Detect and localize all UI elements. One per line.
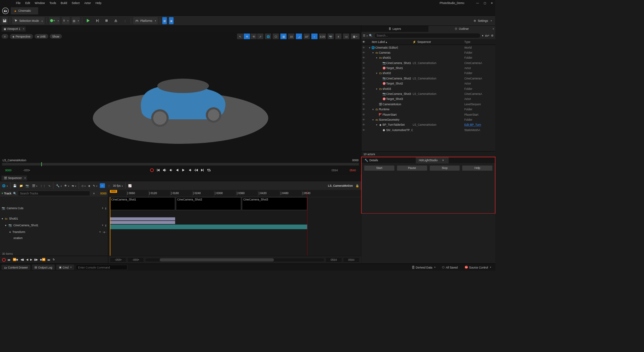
outliner-row[interactable]: 👁🎬CameraMotionLevelSequen xyxy=(361,102,495,107)
expand-icon[interactable]: ▾ xyxy=(375,56,378,59)
expand-icon[interactable]: ▾ xyxy=(372,108,375,111)
viewport-scrubber[interactable] xyxy=(2,163,359,166)
expand-icon[interactable]: ▾ xyxy=(375,71,378,75)
console-input[interactable] xyxy=(76,265,127,270)
step-back-key-icon[interactable]: ⏪◆ xyxy=(13,258,18,261)
actions-dropdown[interactable]: 🔧 xyxy=(56,184,62,187)
play-forward-icon[interactable]: ▶ xyxy=(30,258,32,261)
settings-icon[interactable]: ⚙ xyxy=(491,34,494,37)
goto-start-icon[interactable] xyxy=(156,168,160,172)
expand-icon[interactable]: ▾ xyxy=(372,51,375,54)
outliner-row[interactable]: 👁▾🗀RuntimeFolder xyxy=(361,107,495,112)
coord-space-toggle[interactable]: 🌐 xyxy=(265,34,271,39)
loop-icon[interactable] xyxy=(207,168,211,172)
outliner-tree[interactable]: 👁▾🌐Cinematic (Editor)World👁▾🗀CamerasFold… xyxy=(361,45,495,152)
timeline-ruler[interactable]: 0000 | 0060| 0120| 0180| 0240| 0300| 036… xyxy=(108,190,361,197)
view-dropdown[interactable]: 👁 xyxy=(64,184,69,187)
current-frame[interactable]: 0000 xyxy=(100,192,107,195)
outliner-row[interactable]: 👁▾🗀shot02Folder xyxy=(361,71,495,76)
autokey-icon[interactable]: ◈ xyxy=(88,184,90,187)
hdr-help-button[interactable]: Help xyxy=(462,166,492,171)
tab-outliner[interactable]: ☷Outliner× xyxy=(428,26,495,32)
clapboard-dropdown[interactable]: 🎬 xyxy=(32,184,38,187)
visibility-icon[interactable]: 👁 xyxy=(361,72,366,75)
scale-snap-toggle[interactable]: • xyxy=(311,34,317,39)
step-fwd-icon[interactable] xyxy=(188,168,192,172)
loop-icon[interactable]: ↻ xyxy=(53,258,55,261)
expand-icon[interactable]: ▾ xyxy=(375,123,378,126)
track-cinecamera1[interactable]: ▾📷 CineCamera_Shot1 +▮ xyxy=(0,222,108,229)
hdr-stop-button[interactable]: Stop xyxy=(430,166,460,171)
view-options-icon[interactable]: ▾ xyxy=(482,34,484,37)
menu-select[interactable]: Select xyxy=(72,2,80,5)
menu-window[interactable]: Window xyxy=(35,2,45,5)
viewport[interactable]: ≡ ◈Perspective ●Unlit Show ↖ ✥ ⟲ ⤢ 🌐 ⬡ ▦… xyxy=(0,32,361,175)
all-saved-indicator[interactable]: ⬡All Saved xyxy=(439,265,460,270)
translate-tool[interactable]: ✥ xyxy=(244,34,250,39)
visibility-icon[interactable]: 👁 xyxy=(361,103,366,106)
viewport-options-menu[interactable]: ≡ xyxy=(2,34,8,39)
maximize-viewport-icon[interactable]: ▭ xyxy=(343,34,349,39)
viewports-toggle-2[interactable]: ▣ xyxy=(169,17,174,24)
outliner-row[interactable]: 👁📷CineCamera_Shot2LS_CameraMotionCineCam… xyxy=(361,76,495,81)
selection-mode-dropdown[interactable]: Selection Mode xyxy=(12,17,45,24)
tab-layers[interactable]: ≣Layers xyxy=(361,26,428,32)
lock-icon[interactable]: 🔓 xyxy=(356,184,359,187)
visibility-icon[interactable]: 👁 xyxy=(361,51,366,54)
mute-icon[interactable]: ▮ xyxy=(105,207,107,210)
visibility-icon[interactable]: 👁 xyxy=(361,56,366,59)
outliner-options-icon[interactable]: ☰ xyxy=(363,34,368,37)
menu-file[interactable]: File xyxy=(16,2,21,5)
rotate-tool[interactable]: ⟲ xyxy=(251,34,257,39)
add-key-icon[interactable]: + xyxy=(99,230,101,233)
main-tab-cinematic[interactable]: ▲ Cinematic xyxy=(11,7,38,15)
fps-dropdown[interactable]: 30 fps xyxy=(113,184,123,187)
visibility-icon[interactable]: 👁 xyxy=(361,108,366,111)
play-forward-icon[interactable] xyxy=(181,168,185,172)
output-log-button[interactable]: ▤Output Log xyxy=(32,265,55,270)
step-back-icon[interactable] xyxy=(169,168,173,172)
range-in-end[interactable]: 0594 xyxy=(326,258,341,262)
outliner-row[interactable]: 👁▾◆BP_TurnTableSetLS_CameraMotionEdit BP… xyxy=(361,122,495,127)
tab-hdrlightstudio[interactable]: HdrLightStudio× xyxy=(416,157,448,163)
mute-icon[interactable]: ▮ xyxy=(105,224,107,227)
playback-dropdown[interactable]: ⇆ xyxy=(72,184,76,187)
grid-snap-toggle[interactable]: ▦ xyxy=(280,34,286,39)
select-tool[interactable]: ↖ xyxy=(237,34,243,39)
step-fwd-key-icon[interactable] xyxy=(194,168,198,172)
column-type[interactable]: Type xyxy=(464,40,495,43)
outliner-row[interactable]: 👁🎯Target_Shot3Actor xyxy=(361,97,495,102)
unreal-logo-icon[interactable] xyxy=(0,7,11,14)
save-button[interactable] xyxy=(2,17,8,24)
sequencer-tab[interactable]: 🎬 Sequencer × xyxy=(2,175,27,180)
column-sequencer[interactable]: ⚡Sequencer xyxy=(413,40,464,44)
show-dropdown[interactable]: Show xyxy=(50,34,62,39)
camera-speed-value[interactable]: 4 xyxy=(335,34,341,39)
menu-build[interactable]: Build xyxy=(61,2,67,5)
close-icon[interactable]: × xyxy=(23,27,24,31)
step-fwd-icon[interactable]: ▮▶ xyxy=(34,258,38,261)
outliner-row[interactable]: 👁🚩PlayerStartPlayerStart xyxy=(361,112,495,117)
angle-snap-toggle[interactable]: ◿ xyxy=(296,34,302,39)
record-button[interactable] xyxy=(150,168,154,172)
curve-editor-icon[interactable]: 📈 xyxy=(128,184,132,187)
derived-data-dropdown[interactable]: 🗄Derived Data xyxy=(409,265,438,270)
goto-end-icon[interactable]: ⏭ xyxy=(48,258,50,261)
expand-icon[interactable]: ▾ xyxy=(2,217,3,220)
expand-icon[interactable]: ▾ xyxy=(372,118,375,121)
viewport-scene[interactable] xyxy=(0,32,361,158)
add-key-icon[interactable]: + xyxy=(102,224,103,227)
content-drawer-button[interactable]: 🗂Content Drawer xyxy=(2,265,31,270)
play-button[interactable] xyxy=(84,17,92,24)
visibility-icon[interactable]: 👁 xyxy=(361,61,366,64)
world-dropdown[interactable]: 🌐 xyxy=(2,184,8,187)
track-location[interactable]: ocation xyxy=(0,235,108,240)
add-section-icon[interactable]: + xyxy=(102,207,103,210)
step-back-icon[interactable]: ◀▮ xyxy=(20,258,24,261)
expand-icon[interactable]: ▾ xyxy=(368,46,371,49)
outliner-row[interactable]: 👁📷CineCamera_Shot1LS_CameraMotionCineCam… xyxy=(361,60,495,65)
menu-help[interactable]: Help xyxy=(96,2,101,5)
window-close-icon[interactable]: ✕ xyxy=(491,1,493,5)
curve-icon[interactable]: ∿ xyxy=(48,184,51,187)
angle-snap-value[interactable]: 10° xyxy=(304,34,310,39)
